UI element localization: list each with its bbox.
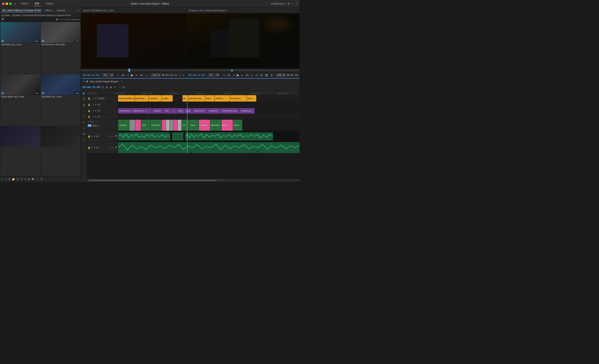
- a2-lock[interactable]: 🔒: [88, 146, 91, 149]
- grid-view-icon[interactable]: ⊞: [56, 18, 58, 21]
- v1-clip-4[interactable]: fxEdit: [141, 120, 150, 131]
- source-video[interactable]: [81, 13, 186, 68]
- search-icon[interactable]: 🔍: [32, 178, 35, 181]
- tab-libraries[interactable]: Libraries: [56, 9, 66, 12]
- nav-edit[interactable]: Edit: [34, 1, 41, 6]
- list-item[interactable]: [0, 126, 40, 176]
- v1-clip-expo[interactable]: fxExpo: [189, 120, 199, 131]
- scrub-head[interactable]: [128, 69, 130, 72]
- v4-eye[interactable]: 👁: [95, 104, 97, 106]
- workspace-icon[interactable]: ⊞: [288, 2, 290, 5]
- program-scrubbar[interactable]: [187, 68, 300, 72]
- prog-btn-mark-out[interactable]: ▷: [251, 73, 254, 77]
- adj-clip-12[interactable]: fxAdjustment L: [240, 108, 255, 114]
- v1-clip-nested2[interactable]: Nested S: [210, 120, 221, 131]
- list-item[interactable]: ▣ 16:03 Edit Mode Javi_1.mov: [0, 22, 40, 74]
- prog-btn-extract[interactable]: ⊠: [260, 73, 263, 77]
- v1-eye[interactable]: 👁: [89, 121, 92, 123]
- adj-clip-7[interactable]: fxAdju: [177, 108, 185, 114]
- adj-clip-4[interactable]: fxAdjustm: [152, 108, 163, 114]
- timeline-scrollbar[interactable]: [87, 178, 300, 182]
- v2-eye[interactable]: 👁: [95, 115, 97, 118]
- v1-clip-hide[interactable]: Hide L: [221, 120, 233, 131]
- close-timeline-icon[interactable]: ✕: [83, 80, 85, 83]
- btn-play-back[interactable]: ◂: [127, 73, 129, 77]
- v3-eye[interactable]: 👁: [95, 110, 97, 112]
- a1-lock[interactable]: 🔒: [88, 135, 91, 138]
- prog-btn-camera[interactable]: 📷: [264, 73, 269, 77]
- track-content-v4[interactable]: [118, 102, 300, 108]
- track-record-icon[interactable]: ●: [93, 97, 94, 100]
- a2-m-btn[interactable]: M: [109, 146, 111, 149]
- tool-pen[interactable]: ✏: [82, 126, 86, 130]
- tool-text[interactable]: T: [82, 138, 86, 142]
- search-input[interactable]: [6, 18, 55, 21]
- tool-hand[interactable]: ☚: [82, 132, 86, 136]
- tool-track-select[interactable]: →: [82, 108, 86, 113]
- track-content-v3[interactable]: fxAdjustment La fxAdjustment Lay fx: [118, 108, 300, 114]
- v3-record[interactable]: ●: [93, 110, 94, 112]
- source-timecode-in[interactable]: 00:00:33:09: [83, 74, 99, 77]
- nav-export[interactable]: Export: [44, 1, 54, 6]
- tool-forward[interactable]: ⇉: [82, 97, 86, 101]
- btn-step-fwd[interactable]: ▸: [135, 73, 138, 77]
- minimize-button[interactable]: [6, 2, 8, 5]
- track-eye-icon[interactable]: 👁: [95, 97, 97, 100]
- prog-btn-export[interactable]: ⊞: [270, 73, 273, 77]
- btn-step-back[interactable]: ⋘: [121, 73, 125, 77]
- v1-clip-8[interactable]: [170, 120, 174, 131]
- box-icon[interactable]: ☐: [36, 178, 39, 181]
- v1-clip-6[interactable]: [162, 120, 166, 131]
- a2-mic-icon[interactable]: 🎤: [114, 146, 117, 149]
- prog-btn-step-fwd2[interactable]: ⋙: [245, 73, 250, 77]
- pencil-icon[interactable]: ✎: [1, 178, 3, 181]
- tl-btn-ripple[interactable]: ⊟: [122, 85, 125, 89]
- prog-btn-step-fwd[interactable]: ▸: [241, 73, 244, 77]
- a1-record[interactable]: ●: [91, 135, 93, 138]
- tab-bin[interactable]: Bin: Javier Editing at Computer B Roll: [2, 9, 42, 12]
- a2-s-btn[interactable]: S: [112, 146, 114, 149]
- a1-s-btn[interactable]: S: [112, 135, 114, 138]
- program-quality-dropdown[interactable]: Full 1/2: [276, 73, 286, 77]
- scroll-thumb[interactable]: [90, 180, 217, 181]
- close-button[interactable]: [2, 2, 5, 5]
- source-quality-dropdown[interactable]: Full 1/2: [151, 73, 160, 77]
- v4-record[interactable]: ●: [93, 104, 94, 106]
- program-timecode-in[interactable]: 00:00:33:09: [188, 74, 205, 77]
- adj-clip-9[interactable]: fxAdjustment L: [193, 108, 207, 114]
- tl-btn-link[interactable]: ⊞: [105, 85, 108, 89]
- v4-lock[interactable]: 🔒: [88, 104, 92, 106]
- slider-icon[interactable]: ⊟: [17, 178, 19, 181]
- essentials-label[interactable]: ESSENTIALS: [271, 2, 285, 5]
- adj-clip-10[interactable]: fxAdjustme: [208, 108, 221, 114]
- clip-subtitle-1[interactable]: review the files on ...: [118, 95, 135, 102]
- v1-clip-save[interactable]: fxSave: [233, 120, 242, 131]
- clip-subtitle-7[interactable]: Choo...: [205, 95, 215, 102]
- prog-btn-step-back[interactable]: ⋘: [226, 73, 231, 77]
- scroll-left-btn[interactable]: [88, 180, 89, 181]
- maximize-button[interactable]: [9, 2, 12, 5]
- adj-clip-11[interactable]: fxAdjustment Layer: [221, 108, 239, 114]
- list-item[interactable]: ▣ 9:09 Edit Mode Javi_0.mov: [41, 74, 81, 126]
- btn-mark-out[interactable]: ▷: [145, 73, 148, 77]
- program-video[interactable]: [187, 13, 300, 68]
- btn-add-icon[interactable]: +: [178, 73, 181, 77]
- clip-subtitle-8[interactable]: And Pre...: [215, 95, 230, 102]
- panel-expand-icon[interactable]: »: [78, 9, 79, 12]
- list-item[interactable]: ▣ 7:07 No Premiere in Shot Editi...: [41, 22, 81, 74]
- adj-clip-8[interactable]: fxAdju: [185, 108, 192, 114]
- v1-sync[interactable]: ⊟: [92, 121, 94, 123]
- adj-clip-1[interactable]: fxAdjustment La: [118, 108, 131, 114]
- v1-clip-3[interactable]: [135, 120, 141, 131]
- tool-ripple[interactable]: ⊞: [82, 103, 86, 107]
- v2-record[interactable]: ●: [93, 115, 94, 118]
- prog-btn-play-back[interactable]: ◂: [232, 73, 235, 77]
- program-menu-icon[interactable]: ≡: [227, 9, 228, 12]
- v1-clip-1[interactable]: fx Impor: [118, 120, 129, 131]
- v1-clip-5[interactable]: Nested S: [150, 120, 162, 131]
- btn-step-fwd2[interactable]: ⋙: [139, 73, 144, 77]
- track-lock-icon[interactable]: 🔒: [88, 97, 92, 100]
- prog-btn-play[interactable]: ▶: [236, 73, 240, 78]
- v1-clip-2[interactable]: [130, 120, 135, 131]
- scrub-head[interactable]: [231, 69, 233, 71]
